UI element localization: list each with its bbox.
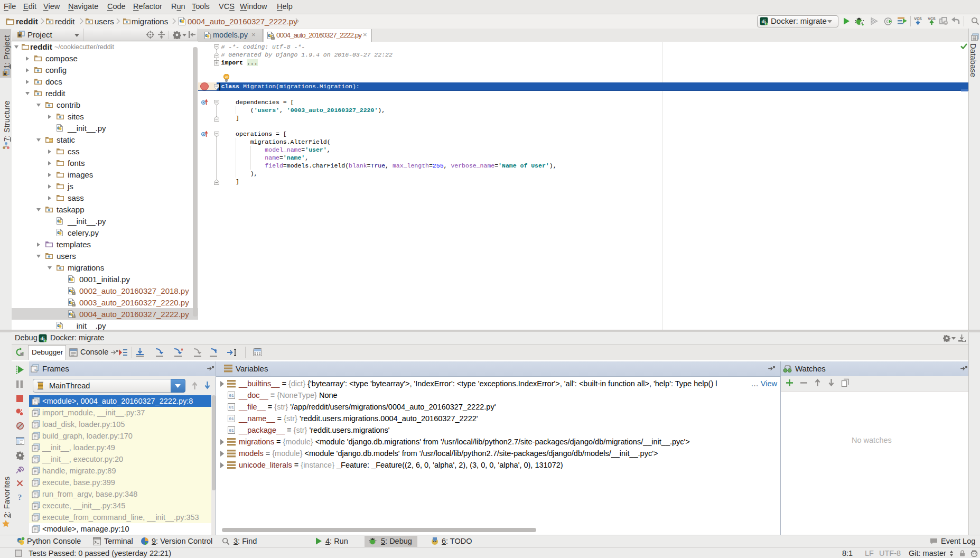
svg-text:s: s: [34, 367, 37, 372]
svg-text:01: 01: [229, 416, 234, 421]
svg-text:VCS: VCS: [914, 17, 922, 21]
svg-text:dj: dj: [41, 336, 45, 341]
svg-text:01: 01: [229, 405, 234, 410]
svg-text:01: 01: [229, 428, 234, 433]
svg-text:dj: dj: [762, 19, 766, 24]
svg-text:01: 01: [229, 393, 234, 398]
svg-text:?: ?: [18, 493, 22, 501]
